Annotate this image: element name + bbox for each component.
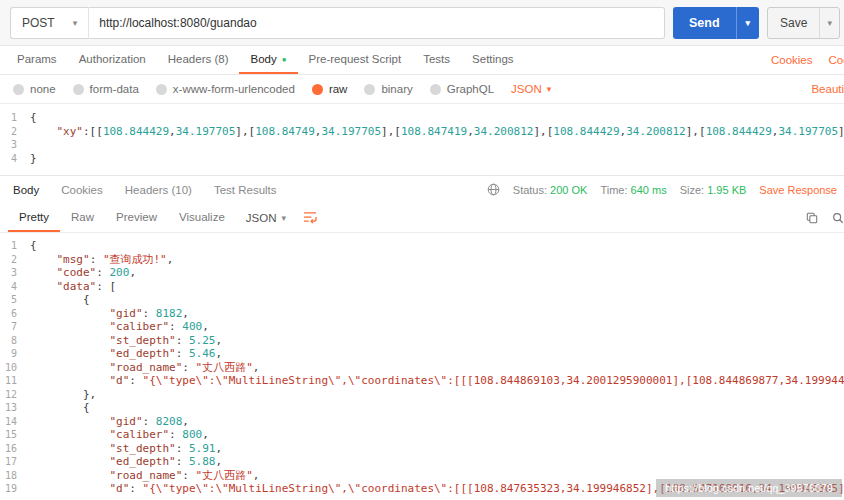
code-text: "road_name": "丈八西路", [30,469,259,483]
view-tab-pretty[interactable]: Pretty [8,203,60,232]
globe-icon[interactable] [487,183,500,196]
copy-icon[interactable] [806,212,818,224]
code-text: "st_depth": 5.91, [30,442,222,456]
body-format-label: JSON [511,83,542,95]
code-text: "gid": 8182, [30,307,189,321]
cookies-link[interactable]: Cookies [771,54,813,66]
save-dropdown-chevron-icon[interactable]: ▾ [819,8,839,38]
code-line: 3 [0,138,844,152]
code-link[interactable]: Code [829,54,844,66]
line-number: 18 [0,469,30,483]
request-body-editor[interactable]: 1{2 "xy":[[108.844429,34.197705],[108.84… [0,104,844,176]
radio-circle-icon [13,84,24,95]
code-text: "d": "{\"type\":\"MultiLineString\",\"co… [30,374,844,388]
code-line: 10 "road_name": "丈八西路", [0,361,844,375]
wrap-text-icon[interactable] [296,203,325,232]
line-number: 10 [0,361,30,375]
tab-body-label: Body [250,53,276,65]
size-badge: Size: 1.95 KB [680,184,747,196]
line-number: 6 [0,307,30,321]
radio-raw-label: raw [329,83,348,95]
tab-body[interactable]: Body ● [239,46,297,74]
radio-urlencoded-label: x-www-form-urlencoded [173,83,295,95]
line-number: 9 [0,347,30,361]
tab-pre-request-script[interactable]: Pre-request Script [298,46,413,74]
resp-tab-body[interactable]: Body [13,184,39,196]
send-button[interactable]: Send ▾ [673,7,759,39]
line-number: 17 [0,455,30,469]
method-label: POST [22,16,55,30]
line-number: 19 [0,482,30,496]
radio-form-data[interactable]: form-data [73,83,139,95]
request-tab-links: Cookies Code [771,46,844,74]
code-line: 3 "code": 200, [0,266,844,280]
radio-circle-icon [156,84,167,95]
code-text: { [30,293,90,307]
save-button[interactable]: Save ▾ [767,7,840,39]
code-line: 4} [0,152,844,166]
view-tab-visualize[interactable]: Visualize [168,203,236,232]
code-text: { [30,111,37,125]
radio-none[interactable]: none [13,83,56,95]
code-line: 14 "gid": 8208, [0,415,844,429]
radio-none-label: none [30,83,56,95]
view-tab-raw[interactable]: Raw [60,203,105,232]
url-input[interactable] [89,7,665,39]
response-format-select[interactable]: JSON ▾ [236,203,296,232]
line-number: 1 [0,111,30,125]
line-number: 4 [0,152,30,166]
code-line: 15 "caliber": 800, [0,428,844,442]
beautify-link[interactable]: Beautify [811,83,844,95]
line-number: 15 [0,428,30,442]
tab-params[interactable]: Params [6,46,68,74]
send-dropdown-chevron-icon[interactable]: ▾ [736,7,760,39]
body-content-dot-icon: ● [282,55,287,64]
response-body-editor[interactable]: 1{2 "msg": "查询成功!",3 "code": 200,4 "data… [0,233,844,496]
search-icon[interactable] [832,212,844,224]
save-response-button[interactable]: Save Response [759,184,837,196]
code-line: 1{ [0,111,844,125]
resp-tab-test-results[interactable]: Test Results [214,184,277,196]
tab-authorization[interactable]: Authorization [68,46,157,74]
chevron-down-icon: ▾ [73,18,78,28]
method-select[interactable]: POST ▾ [10,7,89,39]
code-line: 2 "msg": "查询成功!", [0,253,844,267]
resp-tab-headers[interactable]: Headers (10) [125,184,192,196]
line-number: 2 [0,253,30,267]
code-text: "gid": 8208, [30,415,189,429]
response-header: Body Cookies Headers (10) Test Results S… [0,176,844,203]
line-number: 4 [0,280,30,294]
send-label: Send [673,7,736,39]
radio-raw[interactable]: raw [312,83,348,95]
code-line: 6 "gid": 8182, [0,307,844,321]
code-text: "ed_depth": 5.46, [30,347,222,361]
request-tabs: Params Authorization Headers (8) Body ● … [0,46,844,75]
code-line: 1{ [0,239,844,253]
response-view-toolbar: Pretty Raw Preview Visualize JSON ▾ [0,203,844,233]
tab-settings[interactable]: Settings [461,46,525,74]
body-format-select[interactable]: JSON ▾ [511,83,551,95]
tab-tests[interactable]: Tests [412,46,461,74]
code-text: }, [30,388,96,402]
code-line: 11 "d": "{\"type\":\"MultiLineString\",\… [0,374,844,388]
resp-tab-cookies[interactable]: Cookies [61,184,103,196]
radio-binary[interactable]: binary [364,83,412,95]
line-number: 16 [0,442,30,456]
radio-circle-icon [364,84,375,95]
watermark: https://blog.csdn.net/qq_39576079 [656,479,842,497]
tab-headers[interactable]: Headers (8) [157,46,240,74]
view-tab-preview[interactable]: Preview [105,203,168,232]
radio-circle-icon [73,84,84,95]
radio-circle-icon [430,84,441,95]
radio-x-www-form-urlencoded[interactable]: x-www-form-urlencoded [156,83,295,95]
code-text: { [30,401,90,415]
radio-graphql[interactable]: GraphQL [430,83,494,95]
postman-app: POST ▾ Send ▾ Save ▾ Params Authorizatio… [0,0,844,500]
code-line: 8 "st_depth": 5.25, [0,334,844,348]
chevron-down-icon: ▾ [281,213,286,223]
response-format-label: JSON [246,212,277,224]
time-badge: Time: 640 ms [600,184,666,196]
code-line: 16 "st_depth": 5.91, [0,442,844,456]
save-label: Save [768,8,819,38]
line-number: 1 [0,239,30,253]
